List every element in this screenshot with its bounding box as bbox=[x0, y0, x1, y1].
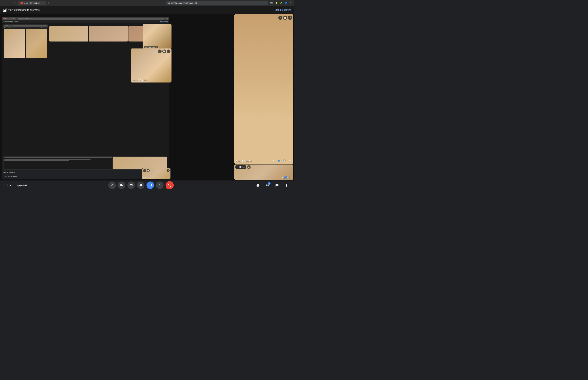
level3-title: Meet bbox=[6, 25, 8, 26]
you-expand-btn[interactable]: ⤢ bbox=[167, 169, 170, 172]
face-thumb-2 bbox=[89, 26, 128, 41]
tab-close-button[interactable]: ✕ bbox=[41, 2, 44, 4]
tab-favicon bbox=[20, 2, 23, 4]
you-right-label: You bbox=[242, 166, 245, 168]
browser-chrome: ← → ↻ Meet - tnj-esni-ikb ✕ + meet.googl… bbox=[0, 0, 294, 6]
end-call-button[interactable] bbox=[166, 181, 174, 189]
you-expand-right[interactable]: ⤢ bbox=[247, 165, 251, 169]
inner-url: meet.google.com/tnj-esni-ikb bbox=[18, 18, 32, 19]
level3-favicon bbox=[5, 25, 5, 26]
bottom-toolbar: 11:22 AM | tnj-esni-ikb bbox=[0, 180, 294, 190]
you-right-tile: ⋯ ⬜ You ⤢ ℹ 👥 3 💬 ⚙ bbox=[234, 165, 293, 180]
meeting-time: 11:22 AM bbox=[4, 184, 13, 187]
right-expand-icon[interactable]: ⤢ bbox=[288, 16, 292, 20]
you-tile: ⋯ ⬜ ⤢ You bbox=[142, 168, 171, 179]
browser-nav-controls: ← → ↻ bbox=[1, 1, 18, 5]
l2-time: 11:22 AM | tnj-esni-ikb bbox=[4, 176, 17, 177]
present-button[interactable] bbox=[147, 182, 154, 189]
bottom-face bbox=[113, 157, 167, 170]
tile-chat-icon[interactable]: 💬 bbox=[283, 158, 286, 162]
browser-actions: 📷 ⭐ 🧩 👤 ⋮ bbox=[269, 1, 293, 5]
address-bar[interactable]: meet.google.com/tnj-esni-ikb bbox=[166, 1, 268, 5]
expand-icon[interactable]: ⤢ bbox=[167, 50, 171, 53]
browser-tab[interactable]: Meet - tnj-esni-ikb ✕ bbox=[18, 1, 46, 5]
tile-people-icon[interactable]: 👥 bbox=[277, 158, 281, 162]
inner-action-btn: 📷 bbox=[166, 18, 168, 20]
you-people-icon[interactable]: 👥 3 bbox=[284, 177, 286, 179]
back-button[interactable]: ← bbox=[1, 1, 6, 5]
right-face-bg bbox=[234, 14, 293, 164]
right-tile-main: François Beaufort ⋯ ⬜ ⤢ ℹ 👥 💬 ⚙ bbox=[234, 14, 293, 164]
inner-address-bar: meet.google.com/tnj-esni-ikb bbox=[17, 18, 165, 20]
stop-presenting-button[interactable]: Stop presenting bbox=[275, 8, 291, 11]
profile-icon[interactable]: 👤 bbox=[284, 1, 288, 5]
lock-icon bbox=[168, 2, 170, 4]
activities-button[interactable] bbox=[283, 182, 290, 189]
line2 bbox=[4, 159, 91, 160]
level3-address bbox=[13, 25, 47, 27]
presenting-banner: You're presenting to everyone Stop prese… bbox=[0, 6, 294, 14]
you-right-bottom-icons: ℹ 👥 3 💬 ⚙ bbox=[282, 177, 292, 179]
camera-toolbar-icon[interactable]: 📷 bbox=[269, 1, 274, 5]
you-label: You bbox=[143, 176, 146, 178]
extension-icon[interactable]: 🧩 bbox=[279, 1, 283, 5]
bottom-preview bbox=[3, 156, 167, 170]
toolbar-right: 3 bbox=[255, 182, 290, 189]
line1 bbox=[4, 157, 112, 158]
raise-hand-button[interactable] bbox=[137, 182, 144, 189]
you-tile-top-controls: ⋯ ⬜ bbox=[143, 169, 150, 172]
more-options-button[interactable] bbox=[156, 182, 164, 189]
info-button[interactable] bbox=[255, 182, 261, 189]
level3-stop: Stop presenting bbox=[41, 27, 47, 28]
inner-browser-actions: 📷 bbox=[166, 18, 168, 20]
you-right-top: ⋯ ⬜ You ⤢ bbox=[235, 165, 251, 169]
people-count-badge: 3 bbox=[268, 182, 270, 185]
tile-settings-icon[interactable]: ⚙ bbox=[288, 158, 292, 162]
inner-favicon bbox=[3, 18, 5, 19]
line3 bbox=[4, 160, 69, 161]
level3-chrome: Meet bbox=[3, 24, 48, 27]
face-large bbox=[131, 48, 171, 82]
pip-icon[interactable]: ⬜ bbox=[162, 50, 166, 53]
bookmark-icon[interactable]: ⭐ bbox=[274, 1, 278, 5]
level3-banner: You're presenting to everyone Stop prese… bbox=[3, 27, 48, 29]
bottom-screen bbox=[4, 157, 113, 170]
right-person bbox=[234, 14, 293, 164]
camera-button[interactable] bbox=[118, 182, 125, 189]
you-more-btn[interactable]: ⋯ bbox=[143, 169, 146, 172]
menu-icon[interactable]: ⋮ bbox=[288, 1, 293, 5]
reload-button[interactable]: ↻ bbox=[13, 1, 18, 5]
people-button[interactable]: 3 bbox=[264, 182, 271, 189]
level3-face2 bbox=[26, 29, 47, 58]
inner-time: 11:22 AM | tnj-esni-ikb bbox=[3, 172, 15, 173]
present-icon bbox=[3, 8, 6, 12]
inner-tab-title: Meet - tnj-esni-ikb bbox=[5, 18, 15, 19]
right-pip-icon[interactable]: ⬜ bbox=[283, 16, 287, 20]
level3-text: You're presenting to everyone bbox=[4, 27, 15, 28]
tile-info-icon[interactable]: ℹ bbox=[271, 158, 276, 162]
level3-face1 bbox=[4, 29, 25, 58]
tile-controls-center: ⋯ ⬜ ⤢ bbox=[158, 50, 171, 53]
right-tile-controls: ⋯ ⬜ ⤢ bbox=[278, 16, 292, 20]
you-pip-btn[interactable]: ⬜ bbox=[147, 169, 150, 172]
right-more-icon[interactable]: ⋯ bbox=[278, 16, 283, 20]
more-options-icon[interactable]: ⋯ bbox=[158, 50, 162, 53]
right-video-panel: François Beaufort ⋯ ⬜ ⤢ ℹ 👥 💬 ⚙ ⋯ ⬜ bbox=[234, 14, 294, 180]
level3-tab: Meet bbox=[4, 25, 13, 27]
forward-button[interactable]: → bbox=[7, 1, 12, 5]
chat-button[interactable] bbox=[274, 182, 280, 189]
meeting-id: tnj-esni-ikb bbox=[17, 184, 27, 187]
you-options-pill[interactable]: ⋯ ⬜ You bbox=[235, 165, 246, 169]
separator: | bbox=[15, 184, 15, 187]
you-activities-icon[interactable]: ⚙ bbox=[291, 177, 292, 179]
mic-button[interactable] bbox=[108, 182, 116, 189]
new-tab-button[interactable]: + bbox=[46, 1, 50, 5]
you-chat-icon[interactable]: 💬 bbox=[287, 177, 290, 179]
you-info-icon[interactable]: ℹ bbox=[282, 177, 283, 179]
main-content: Meet - tnj-esni-ikb meet.google.com/tnj-… bbox=[0, 14, 294, 180]
bottom-preview-content bbox=[3, 156, 167, 170]
captions-button[interactable] bbox=[127, 182, 135, 189]
participant-tile-medium: François Beaufort bbox=[143, 24, 171, 49]
inner-presenting-text: You're presenting to everyone bbox=[3, 21, 19, 22]
inner-stop-btn: Stop presenting bbox=[160, 21, 168, 22]
